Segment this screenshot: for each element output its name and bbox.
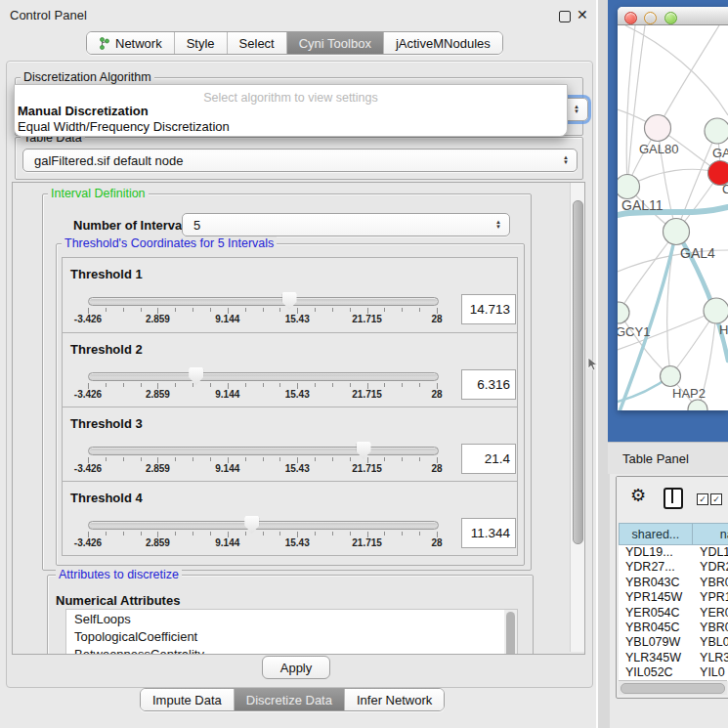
- tab-label: jActiveMNodules: [396, 36, 491, 51]
- attributes-list-scroll-thumb[interactable]: [506, 612, 515, 655]
- network-edge[interactable]: [627, 169, 720, 187]
- slider-tick: [123, 532, 124, 535]
- network-edge[interactable]: [627, 25, 645, 187]
- table-row[interactable]: YBR045CYBR0: [619, 621, 728, 635]
- slider-tick-label: 21.715: [352, 463, 382, 474]
- table-row[interactable]: YBR043CYBR0: [619, 576, 728, 590]
- float-window-icon[interactable]: [559, 11, 571, 22]
- table-row[interactable]: YPR145WYPR1: [619, 590, 728, 605]
- tab-select[interactable]: Select: [228, 32, 287, 54]
- threshold-row: Threshold 3-3.4262.8599.14415.4321.71528…: [63, 407, 517, 481]
- table-row[interactable]: YIL052CYIL0: [619, 665, 728, 680]
- network-edge[interactable]: [625, 25, 728, 115]
- table-data-combobox[interactable]: galFiltered.sif default node ▲▼: [22, 149, 578, 172]
- threshold-slider-track[interactable]: [88, 521, 439, 530]
- network-window-titlebar[interactable]: [618, 7, 728, 25]
- slider-tick-label: 2.859: [146, 537, 170, 548]
- tab-cyni-toolbox[interactable]: Cyni Toolbox: [287, 32, 384, 54]
- footer-tab-discretize-data[interactable]: Discretize Data: [235, 689, 345, 710]
- table-horizontal-scrollbar[interactable]: [619, 680, 727, 695]
- threshold-value-field[interactable]: 14.713: [461, 294, 516, 324]
- network-node[interactable]: [618, 302, 629, 323]
- table-cell: YDL1: [693, 545, 728, 560]
- threshold-slider-track[interactable]: [88, 372, 439, 381]
- network-canvas[interactable]: GAL80GACGAL11GAL4GCY1HHAP2: [618, 25, 728, 410]
- network-edge[interactable]: [658, 25, 719, 128]
- slider-tick: [419, 383, 420, 387]
- node-table: shared...na YDL19...YDL1YDR27...YDR2YBR0…: [619, 523, 728, 681]
- apply-button-label: Apply: [280, 661, 313, 675]
- settings-scroll-area: Interval Definition Number of Intervals …: [12, 182, 585, 655]
- attribute-list-item[interactable]: BetweennessCentrality: [66, 645, 505, 655]
- slider-tick: [315, 308, 316, 312]
- threshold-value-field[interactable]: 6.316: [461, 369, 516, 400]
- columns-icon[interactable]: [664, 488, 683, 509]
- settings-scroll-thumb[interactable]: [573, 200, 583, 544]
- threshold-value-field[interactable]: 11.344: [461, 518, 516, 548]
- network-node-label: C: [722, 182, 728, 196]
- table-row[interactable]: YDR27...YDR2: [619, 560, 728, 575]
- close-traffic-light[interactable]: [624, 12, 637, 24]
- slider-tick: [193, 532, 193, 535]
- network-node[interactable]: [704, 298, 728, 323]
- table-row[interactable]: YLR345WYLR3: [619, 651, 728, 665]
- threshold-slider-track[interactable]: [88, 297, 439, 306]
- slider-tick: [123, 308, 124, 312]
- slider-tick: [175, 532, 176, 535]
- numerical-attributes-list[interactable]: SelfLoopsTopologicalCoefficientBetweenne…: [65, 609, 506, 655]
- slider-tick-label: 2.859: [146, 389, 170, 400]
- network-node[interactable]: [705, 118, 728, 144]
- network-node[interactable]: [664, 219, 690, 245]
- threshold-slider-handle[interactable]: [189, 367, 203, 385]
- tab-style[interactable]: Style: [175, 32, 228, 54]
- threshold-value-field[interactable]: 21.4: [461, 444, 516, 474]
- table-column-header[interactable]: na: [693, 523, 728, 545]
- threshold-slider-handle[interactable]: [244, 516, 259, 534]
- slider-tick: [332, 308, 333, 312]
- slider-tick: [263, 308, 264, 312]
- apply-button[interactable]: Apply: [262, 656, 330, 679]
- table-cell: YDR2: [693, 560, 728, 575]
- footer-tab-impute-data[interactable]: Impute Data: [141, 689, 235, 710]
- network-node[interactable]: [661, 366, 681, 387]
- network-edge[interactable]: [626, 25, 635, 187]
- settings-scrollbar[interactable]: [570, 183, 584, 652]
- threshold-slider-handle[interactable]: [357, 442, 371, 459]
- slider-tick: [210, 383, 211, 387]
- table-hscroll-thumb[interactable]: [621, 683, 725, 694]
- table-row[interactable]: YBL079WYBL0: [619, 635, 728, 650]
- attribute-list-item[interactable]: TopologicalCoefficient: [66, 627, 505, 645]
- attribute-list-item[interactable]: SelfLoops: [66, 610, 505, 627]
- threshold-slider-handle[interactable]: [282, 292, 297, 310]
- table-cell: YPR145W: [619, 590, 693, 605]
- combo-spinner-icon: ▲▼: [563, 155, 569, 165]
- tab-jactivemnodules[interactable]: jActiveMNodules: [384, 32, 502, 54]
- slider-tick: [332, 457, 333, 461]
- gear-icon[interactable]: ⚙: [630, 485, 646, 506]
- combo-spinner-icon: ▲▼: [495, 220, 501, 230]
- slider-tick: [245, 532, 246, 535]
- table-row[interactable]: YDL19...YDL1: [619, 545, 728, 560]
- select-none-checkbox-icon[interactable]: ✓: [710, 493, 722, 505]
- network-node[interactable]: [645, 115, 671, 142]
- tab-network[interactable]: Network: [87, 32, 175, 54]
- number-of-intervals-combobox[interactable]: 5 ▲▼: [182, 213, 510, 236]
- table-cell: YBR045C: [619, 621, 693, 635]
- network-node[interactable]: [618, 175, 640, 199]
- slider-tick: [350, 457, 351, 461]
- close-icon[interactable]: ✕: [577, 7, 588, 22]
- table-column-header[interactable]: shared...: [619, 523, 693, 545]
- threshold-slider-track[interactable]: [88, 447, 439, 455]
- dropdown-option-equal-width-frequency[interactable]: Equal Width/Frequency Discretization: [18, 119, 545, 134]
- panel-title: Control Panel: [10, 8, 87, 22]
- table-row[interactable]: YER054CYER0: [619, 606, 728, 621]
- slider-tick-label: 2.859: [146, 314, 170, 324]
- slider-tick: [106, 383, 107, 387]
- attributes-list-scrollbar[interactable]: [504, 609, 518, 655]
- zoom-traffic-light[interactable]: [664, 12, 677, 24]
- dropdown-option-manual-discretization[interactable]: Manual Discretization: [18, 104, 545, 118]
- select-all-checkbox-icon[interactable]: ✓: [697, 493, 708, 505]
- minimize-traffic-light[interactable]: [644, 12, 657, 24]
- footer-tab-infer-network[interactable]: Infer Network: [345, 689, 444, 710]
- slider-tick-label: 15.43: [285, 314, 310, 324]
